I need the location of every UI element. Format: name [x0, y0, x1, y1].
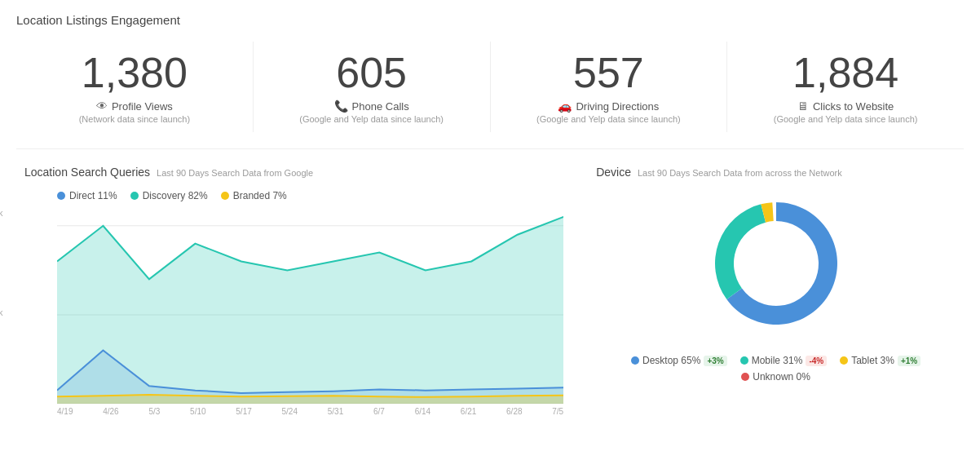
badge-2: +1%	[898, 356, 920, 366]
x-label-5: 5/24	[282, 407, 298, 416]
search-legend: Direct 11%Discovery 82%Branded 7%	[57, 190, 563, 201]
legend-item-0: Direct 11%	[57, 190, 117, 201]
location-search-chart: Location Search Queries Last 90 Days Sea…	[16, 166, 572, 416]
y-label-2: 0	[0, 406, 3, 416]
y-label-1: 1k	[0, 307, 3, 317]
metric-value-3: 1,884	[744, 50, 947, 96]
x-label-10: 6/28	[506, 407, 522, 416]
device-subtitle: Last 90 Days Search Data from across the…	[638, 168, 842, 178]
y-label-0: 2k	[0, 208, 3, 218]
metric-label-3: Clicks to Website	[813, 100, 894, 113]
legend-item-2: Branded 7%	[221, 190, 287, 201]
x-label-2: 5/3	[148, 407, 160, 416]
device-label-0: Desktop 65%	[642, 355, 700, 366]
page-title: Location Listings Engagement	[16, 13, 964, 27]
badge-0: +3%	[704, 356, 726, 366]
metric-label-0: Profile Views	[112, 100, 173, 113]
metric-label-row-1: 📞 Phone Calls	[270, 100, 474, 113]
device-chart: Device Last 90 Days Search Data from acr…	[588, 166, 964, 416]
metric-label-row-3: 🖥 Clicks to Website	[744, 100, 947, 113]
x-label-11: 7/5	[552, 407, 563, 416]
metric-value-0: 1,380	[33, 50, 236, 96]
metric-value-1: 605	[270, 50, 474, 96]
device-legend-item-0: Desktop 65% +3%	[631, 355, 727, 366]
metric-icon-0: 👁	[96, 100, 108, 113]
metric-sub-0: (Network data since launch)	[33, 114, 236, 124]
x-label-6: 5/31	[328, 407, 343, 416]
metric-icon-3: 🖥	[797, 100, 809, 113]
metrics-row: 1,380 👁 Profile Views (Network data sinc…	[16, 42, 964, 149]
metric-card-2: 557 🚗 Driving Directions (Google and Yel…	[491, 42, 728, 132]
device-label-3: Unknown 0%	[753, 371, 810, 383]
page-container: Location Listings Engagement 1,380 👁 Pro…	[0, 0, 980, 460]
donut-container: Desktop 65% +3% Mobile 31% -4% Tablet 3%…	[596, 182, 956, 383]
device-legend-item-3: Unknown 0%	[741, 371, 810, 383]
x-label-7: 6/7	[373, 407, 385, 416]
metric-icon-1: 📞	[334, 100, 348, 113]
x-axis: 4/194/265/35/105/175/245/316/76/146/216/…	[57, 404, 563, 416]
x-label-3: 5/10	[190, 407, 205, 416]
device-legend-item-1: Mobile 31% -4%	[740, 355, 828, 366]
legend-item-1: Discovery 82%	[130, 190, 208, 201]
chart-area	[57, 208, 563, 404]
metric-label-1: Phone Calls	[352, 100, 409, 113]
badge-1: -4%	[806, 356, 827, 366]
x-label-9: 6/21	[461, 407, 476, 416]
metric-icon-2: 🚗	[558, 100, 572, 113]
x-label-8: 6/14	[415, 407, 430, 416]
metric-label-2: Driving Directions	[576, 100, 659, 113]
metric-card-3: 1,884 🖥 Clicks to Website (Google and Ye…	[727, 42, 964, 132]
x-label-0: 4/19	[57, 407, 73, 416]
metric-card-1: 605 📞 Phone Calls (Google and Yelp data …	[254, 42, 491, 132]
device-title: Device	[596, 166, 631, 179]
metric-sub-2: (Google and Yelp data since launch)	[507, 114, 711, 124]
metric-sub-1: (Google and Yelp data since launch)	[270, 114, 474, 124]
charts-row: Location Search Queries Last 90 Days Sea…	[16, 166, 964, 416]
metric-value-2: 557	[507, 50, 711, 96]
device-label-1: Mobile 31%	[752, 355, 803, 366]
metric-sub-3: (Google and Yelp data since launch)	[744, 114, 947, 124]
device-legend: Desktop 65% +3% Mobile 31% -4% Tablet 3%…	[596, 355, 956, 383]
device-label-2: Tablet 3%	[851, 355, 894, 366]
donut-segment-1	[715, 205, 766, 300]
location-search-subtitle: Last 90 Days Search Data from Google	[157, 168, 313, 178]
metric-label-row-0: 👁 Profile Views	[33, 100, 236, 113]
x-label-1: 4/26	[103, 407, 118, 416]
device-legend-item-2: Tablet 3% +1%	[840, 355, 920, 366]
metric-card-0: 1,380 👁 Profile Views (Network data sinc…	[16, 42, 254, 132]
x-label-4: 5/17	[236, 407, 251, 416]
y-axis: 2k1k0	[0, 208, 3, 416]
metric-label-row-2: 🚗 Driving Directions	[507, 100, 711, 113]
location-search-title: Location Search Queries	[24, 166, 150, 179]
